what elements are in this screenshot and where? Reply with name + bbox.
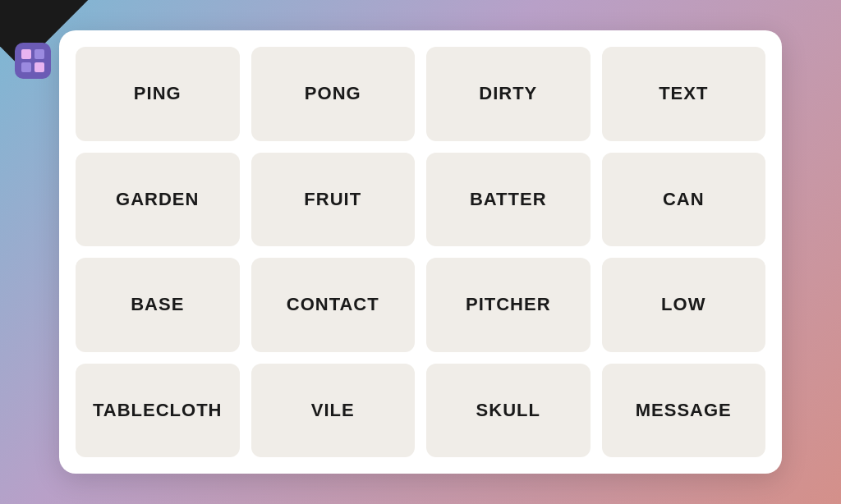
- word-card-fruit[interactable]: FRUIT: [251, 153, 416, 247]
- word-card-pitcher[interactable]: PITCHER: [426, 258, 591, 352]
- word-label-low: LOW: [661, 294, 705, 315]
- svg-rect-0: [21, 49, 31, 59]
- word-label-batter: BATTER: [470, 189, 547, 210]
- word-card-vile[interactable]: VILE: [251, 364, 416, 458]
- word-label-pong: PONG: [305, 83, 361, 104]
- word-label-skull: SKULL: [476, 400, 540, 421]
- word-label-tablecloth: TABLECLOTH: [93, 400, 222, 421]
- word-label-dirty: DIRTY: [479, 83, 537, 104]
- svg-rect-1: [34, 49, 44, 59]
- word-card-base[interactable]: BASE: [76, 258, 240, 352]
- word-card-ping[interactable]: PING: [76, 47, 240, 141]
- word-label-pitcher: PITCHER: [466, 294, 551, 315]
- word-card-can[interactable]: CAN: [602, 153, 766, 247]
- word-card-garden[interactable]: GARDEN: [76, 153, 240, 247]
- word-label-base: BASE: [131, 294, 184, 315]
- word-label-fruit: FRUIT: [304, 189, 361, 210]
- app-icon: [15, 43, 51, 79]
- word-card-pong[interactable]: PONG: [251, 47, 416, 141]
- game-board: PINGPONGDIRTYTEXTGARDENFRUITBATTERCANBAS…: [59, 30, 782, 474]
- word-label-ping: PING: [134, 83, 182, 104]
- word-label-vile: VILE: [311, 400, 355, 421]
- word-card-text[interactable]: TEXT: [602, 47, 766, 141]
- word-label-text: TEXT: [659, 83, 708, 104]
- word-label-contact: CONTACT: [287, 294, 379, 315]
- svg-rect-2: [21, 62, 31, 72]
- svg-rect-3: [34, 62, 44, 72]
- word-label-can: CAN: [663, 189, 705, 210]
- word-label-garden: GARDEN: [116, 189, 199, 210]
- word-card-tablecloth[interactable]: TABLECLOTH: [76, 364, 240, 458]
- word-card-batter[interactable]: BATTER: [426, 153, 591, 247]
- word-card-skull[interactable]: SKULL: [426, 364, 591, 458]
- word-card-contact[interactable]: CONTACT: [251, 258, 416, 352]
- word-label-message: MESSAGE: [636, 400, 732, 421]
- word-card-low[interactable]: LOW: [602, 258, 766, 352]
- word-card-dirty[interactable]: DIRTY: [426, 47, 591, 141]
- word-card-message[interactable]: MESSAGE: [602, 364, 766, 458]
